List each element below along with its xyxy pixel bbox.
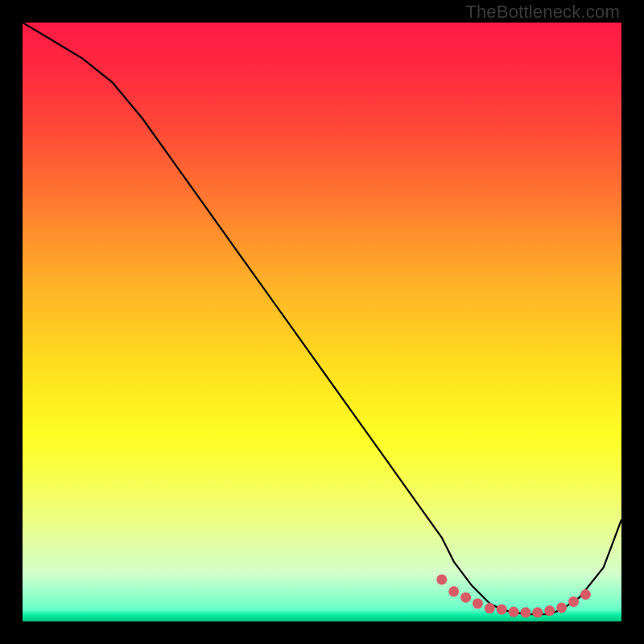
marker-dot [460, 592, 471, 603]
marker-dot [509, 607, 519, 617]
marker-dot [556, 602, 567, 613]
marker-dot [497, 605, 507, 615]
marker-dot [521, 607, 531, 617]
chart-overlay [23, 23, 621, 621]
marker-dot [473, 598, 483, 609]
marker-dot [568, 597, 579, 607]
marker-dot [448, 586, 459, 597]
chart-frame: TheBottleneck.com [0, 0, 644, 644]
marker-dot [436, 574, 447, 584]
bottleneck-curve [23, 23, 621, 614]
marker-dots-group [436, 574, 591, 617]
watermark-text: TheBottleneck.com [465, 2, 620, 23]
curve-line [23, 23, 621, 614]
marker-dot [580, 589, 591, 600]
marker-dot [485, 603, 495, 613]
marker-dot [532, 607, 543, 617]
marker-dot [544, 605, 555, 616]
plot-area [23, 23, 621, 621]
